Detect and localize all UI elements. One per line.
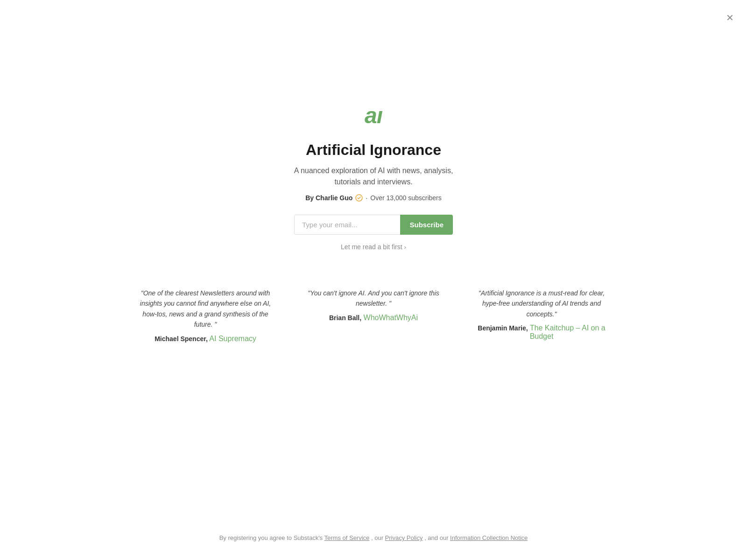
author-line: By Charlie Guo · Over 13,000 subscribers [305, 194, 442, 202]
footer-comma: , our [371, 534, 383, 541]
subscribers-count: Over 13,000 subscribers [370, 194, 442, 202]
main-container: aı Artificial Ignorance A nuanced explor… [0, 0, 747, 343]
footer-text-before: By registering you agree to Substack's [219, 534, 323, 541]
footer-and-our: , and our [424, 534, 448, 541]
close-button[interactable]: ✕ [724, 11, 736, 24]
email-input[interactable] [294, 215, 400, 235]
testimonial-1: "One of the clearest Newsletters around … [135, 288, 275, 343]
subscribe-button[interactable]: Subscribe [400, 215, 453, 235]
testimonial-3-source-link[interactable]: The Kaitchup – AI on a Budget [530, 324, 606, 340]
logo-text: aı [365, 103, 382, 128]
author-name: By Charlie Guo [305, 194, 352, 202]
footer: By registering you agree to Substack's T… [0, 534, 747, 541]
testimonial-2-text: "You can't ignore AI. And you can't igno… [303, 288, 444, 309]
terms-link[interactable]: Terms of Service [324, 534, 370, 541]
testimonial-2-source-link[interactable]: WhoWhatWhyAi [364, 314, 418, 322]
privacy-link[interactable]: Privacy Policy [385, 534, 423, 541]
testimonial-2-author-name: Brian Ball, [329, 314, 361, 322]
subscribe-form: Subscribe [294, 215, 453, 235]
close-icon: ✕ [726, 13, 734, 23]
testimonial-3: "Artificial Ignorance is a must-read for… [472, 288, 612, 343]
testimonial-3-text: "Artificial Ignorance is a must-read for… [472, 288, 612, 319]
verified-icon [355, 194, 363, 202]
testimonials-section: "One of the clearest Newsletters around … [117, 288, 630, 343]
read-first-label: Let me read a bit first [341, 243, 402, 251]
testimonial-1-author-name: Michael Spencer, [155, 335, 208, 343]
testimonial-1-source-link[interactable]: AI Supremacy [209, 335, 256, 343]
testimonial-1-author: Michael Spencer, AI Supremacy [135, 335, 275, 343]
testimonial-3-author: Benjamin Marie, The Kaitchup – AI on a B… [472, 324, 612, 341]
newsletter-title: Artificial Ignorance [306, 141, 441, 159]
notice-link[interactable]: Information Collection Notice [450, 534, 528, 541]
testimonial-3-author-name: Benjamin Marie, [478, 324, 528, 332]
newsletter-description: A nuanced exploration of AI with news, a… [280, 165, 467, 188]
chevron-right-icon: › [404, 244, 406, 251]
newsletter-logo: aı [365, 103, 382, 128]
testimonial-2: "You can't ignore AI. And you can't igno… [303, 288, 444, 343]
testimonial-1-text: "One of the clearest Newsletters around … [135, 288, 275, 330]
testimonial-2-author: Brian Ball, WhoWhatWhyAi [303, 314, 444, 322]
read-first-link[interactable]: Let me read a bit first › [341, 243, 406, 251]
subscribers-text: · [366, 194, 367, 202]
